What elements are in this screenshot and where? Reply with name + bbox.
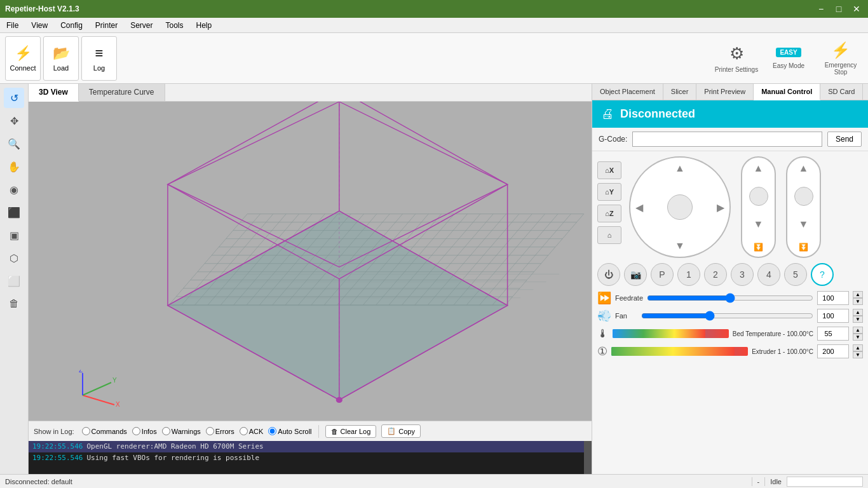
power-button[interactable]: ⏻: [597, 263, 620, 286]
extruder-fast-down-button[interactable]: ⏬: [799, 243, 808, 252]
log-output[interactable]: 19:22:55.546 OpenGL renderer:AMD Radeon …: [29, 441, 592, 474]
tab-temperature-curve[interactable]: Temperature Curve: [79, 84, 165, 101]
move-z-plus-button[interactable]: ▲: [754, 163, 764, 174]
pan-tool-button[interactable]: ✋: [4, 156, 24, 177]
status-input[interactable]: [787, 477, 863, 487]
tab-object-placement[interactable]: Object Placement: [592, 84, 663, 100]
feedrate-label: Feedrate: [615, 294, 643, 302]
rotate-tool-button[interactable]: ↺: [4, 88, 24, 108]
filter-commands[interactable]: Commands: [82, 427, 127, 435]
xy-pad[interactable]: ▲ ▼ ◀ ▶: [629, 156, 731, 258]
printer-settings-button[interactable]: ⚙ Printer Settings: [714, 36, 759, 81]
send-gcode-button[interactable]: Send: [827, 132, 862, 147]
view-iso-button[interactable]: ▣: [4, 225, 24, 245]
move-x-plus-button[interactable]: ▶: [717, 201, 724, 214]
e-center[interactable]: [794, 187, 813, 206]
extruder-down-button[interactable]: ▼: [799, 219, 809, 230]
printer-header: 🖨 Disconnected: [592, 100, 868, 128]
zoom-tool-button[interactable]: 🔍: [4, 133, 24, 154]
feedrate-input[interactable]: [817, 291, 849, 305]
bed-temp-up[interactable]: ▲: [853, 327, 863, 334]
filter-infos[interactable]: Infos: [132, 427, 157, 435]
park-button[interactable]: P: [651, 263, 674, 286]
tab-slicer[interactable]: Slicer: [663, 84, 697, 100]
clear-log-button[interactable]: 🗑 Clear Log: [325, 425, 377, 438]
fan-up[interactable]: ▲: [853, 309, 863, 316]
tab-print-preview[interactable]: Print Preview: [696, 84, 754, 100]
menu-tools[interactable]: Tools: [159, 20, 190, 31]
viewport-3d[interactable]: X Y Z: [29, 102, 592, 421]
easy-mode-button[interactable]: EASY Easy Mode: [766, 36, 811, 81]
tab-sd-card[interactable]: SD Card: [820, 84, 863, 100]
tab-3d-view[interactable]: 3D View: [29, 84, 79, 102]
pos-4-button[interactable]: 4: [757, 263, 780, 286]
menu-help[interactable]: Help: [190, 20, 219, 31]
view-box-button[interactable]: ⬡: [4, 248, 24, 268]
pos-1-button[interactable]: 1: [677, 263, 700, 286]
bed-temp-input[interactable]: [817, 327, 849, 341]
extruder-temp-up[interactable]: ▲: [853, 344, 863, 351]
move-tool-button[interactable]: ✥: [4, 111, 24, 131]
move-y-minus-button[interactable]: ▼: [675, 240, 685, 252]
pos-5-button[interactable]: 5: [784, 263, 807, 286]
copy-icon: 📋: [387, 427, 396, 435]
filter-warnings[interactable]: Warnings: [162, 427, 201, 435]
tab-manual-control[interactable]: Manual Control: [754, 84, 820, 100]
load-button[interactable]: 📂 Load: [43, 36, 79, 81]
camera-button[interactable]: 📷: [624, 263, 647, 286]
view-3d-button[interactable]: ⬜: [4, 271, 24, 291]
view-front-button[interactable]: ◉: [4, 179, 24, 200]
extruder-temp-down[interactable]: ▼: [853, 351, 863, 358]
fan-row: 💨 Fan ▲ ▼: [597, 309, 863, 323]
home-x-button[interactable]: ⌂X: [597, 161, 621, 179]
menu-server[interactable]: Server: [124, 20, 159, 31]
copy-log-button[interactable]: 📋 Copy: [381, 424, 421, 438]
xy-pad-center[interactable]: [667, 194, 693, 220]
emergency-stop-button[interactable]: ⚡ Emergency Stop: [818, 36, 863, 81]
window-controls: − □ ✕: [815, 3, 863, 15]
filter-autoscroll[interactable]: Auto Scroll: [268, 427, 311, 435]
move-x-minus-button[interactable]: ◀: [635, 201, 643, 214]
fan-down[interactable]: ▼: [853, 316, 863, 323]
menu-config[interactable]: Config: [54, 20, 89, 31]
close-button[interactable]: ✕: [850, 3, 863, 15]
feedrate-up[interactable]: ▲: [853, 291, 863, 298]
home-y-button[interactable]: ⌂Y: [597, 183, 621, 201]
feedrate-down[interactable]: ▼: [853, 298, 863, 305]
delete-button[interactable]: 🗑: [4, 294, 24, 314]
pos-2-button[interactable]: 2: [704, 263, 727, 286]
view-top-button[interactable]: ⬛: [4, 202, 24, 222]
fan-slider[interactable]: [641, 311, 813, 321]
move-y-plus-button[interactable]: ▲: [675, 163, 685, 174]
log-scrollbar[interactable]: [584, 441, 592, 474]
filter-ack[interactable]: ACK: [240, 427, 264, 435]
maximize-button[interactable]: □: [832, 3, 845, 15]
log-button[interactable]: ≡ Log: [81, 36, 117, 81]
minimize-button[interactable]: −: [815, 3, 827, 15]
fan-input[interactable]: [817, 309, 849, 323]
home-z-button[interactable]: ⌂Z: [597, 205, 621, 222]
extruder-up-button[interactable]: ▲: [799, 163, 809, 174]
bed-temp-down[interactable]: ▼: [853, 334, 863, 341]
fan-label: Fan: [615, 312, 637, 320]
menu-view[interactable]: View: [25, 20, 54, 31]
gcode-input[interactable]: [632, 132, 822, 147]
connect-button[interactable]: ⚡ Connect: [5, 36, 41, 81]
extruder-temp-bar: [611, 347, 748, 356]
pos-3-button[interactable]: 3: [731, 263, 754, 286]
home-all-button[interactable]: ⌂: [597, 226, 621, 244]
menu-printer[interactable]: Printer: [89, 20, 124, 31]
move-z-fast-down-button[interactable]: ⏬: [754, 243, 763, 252]
printer-icon: 🖨: [601, 107, 614, 121]
trash-icon: 🗑: [331, 428, 338, 435]
move-z-minus-button[interactable]: ▼: [754, 219, 764, 230]
log-entry-1: 19:22:55.546 Using fast VBOs for renderi…: [29, 452, 584, 464]
menu-file[interactable]: File: [0, 20, 25, 31]
filter-errors[interactable]: Errors: [206, 427, 234, 435]
extruder-temp-input[interactable]: [817, 344, 849, 358]
gcode-row: G-Code: Send: [592, 128, 868, 151]
feedrate-slider[interactable]: [647, 293, 813, 303]
help-button[interactable]: ?: [811, 263, 834, 286]
z-center[interactable]: [749, 187, 768, 206]
right-panel: Object Placement Slicer Print Preview Ma…: [592, 84, 868, 474]
